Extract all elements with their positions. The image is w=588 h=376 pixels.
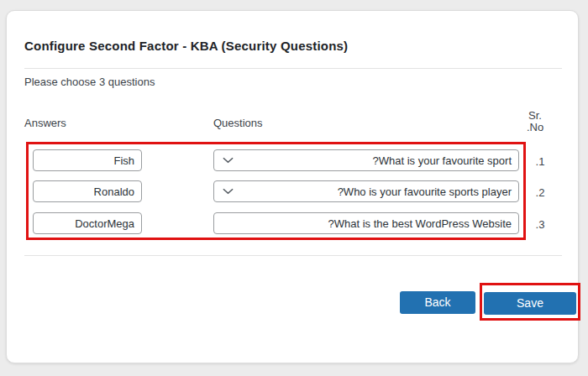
save-button[interactable]: Save (484, 292, 576, 315)
page-title: Configure Second Factor - KBA (Security … (24, 39, 348, 53)
chevron-down-icon (223, 157, 234, 164)
kba-config-card: Configure Second Factor - KBA (Security … (6, 10, 579, 363)
sr-number-2: 2. (528, 186, 553, 199)
sr-number-3: 3. (528, 218, 553, 231)
question-select-1-value: What is your favourite sport? (373, 154, 512, 167)
rows-annotation-box: What is your favourite sport? Who is you… (26, 142, 526, 240)
question-select-2[interactable]: Who is your favourite sports player? (213, 180, 519, 202)
questions-column-header: Questions (213, 117, 263, 129)
page-background: Configure Second Factor - KBA (Security … (0, 0, 588, 376)
question-select-2-value: Who is your favourite sports player? (338, 185, 512, 198)
answer-input-3[interactable] (33, 212, 142, 234)
back-button[interactable]: Back (400, 291, 475, 314)
answers-column-header: Answers (24, 117, 66, 129)
srno-column-header: Sr. No. (521, 110, 549, 133)
question-input-3-value: What is the best WordPress Website? (328, 217, 512, 230)
answer-input-1[interactable] (33, 149, 142, 171)
footer-divider (24, 255, 562, 256)
sr-number-1: 1. (528, 155, 553, 168)
title-divider (24, 68, 562, 69)
instruction-text: Please choose 3 questions (24, 76, 155, 88)
answer-input-2[interactable] (33, 180, 142, 202)
question-input-3[interactable]: What is the best WordPress Website? (213, 212, 519, 234)
chevron-down-icon (223, 188, 234, 195)
question-select-1[interactable]: What is your favourite sport? (213, 149, 519, 171)
